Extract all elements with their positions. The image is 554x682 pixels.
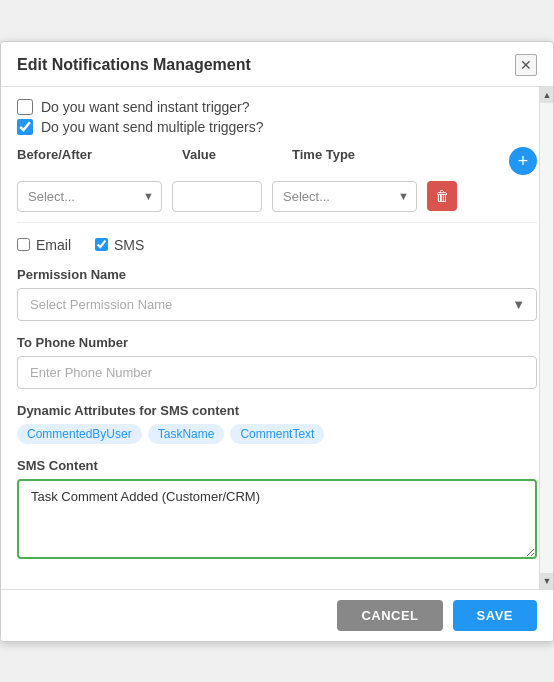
sms-content-textarea[interactable]: Task Comment Added (Customer/CRM) [17,479,537,559]
instant-trigger-row: Do you want send instant trigger? [17,99,537,115]
value-input[interactable] [172,181,262,212]
sms-channel-item: SMS [95,237,144,253]
before-after-select-wrapper: Select... Before After ▼ [17,181,162,212]
save-button[interactable]: SAVE [453,600,537,631]
scrollbar-down-button[interactable]: ▼ [540,573,554,589]
add-timing-button[interactable]: + [509,147,537,175]
multiple-trigger-label: Do you want send multiple triggers? [41,119,264,135]
before-after-select[interactable]: Select... Before After [17,181,162,212]
time-type-select[interactable]: Select... Minutes Hours Days [272,181,417,212]
scrollbar-up-button[interactable]: ▲ [540,87,554,103]
time-type-select-wrapper: Select... Minutes Hours Days ▼ [272,181,417,212]
email-channel-item: Email [17,237,71,253]
tag-comment-text: CommentText [230,424,324,444]
trash-icon: 🗑 [435,188,449,204]
channel-row: Email SMS [17,237,537,253]
close-button[interactable]: ✕ [515,54,537,76]
cancel-button[interactable]: CANCEL [337,600,442,631]
permission-dropdown-wrapper: Select Permission Name ▼ [17,288,537,321]
timing-input-row: Select... Before After ▼ Select... Minut… [17,181,537,212]
multiple-trigger-row: Do you want send multiple triggers? [17,119,537,135]
multiple-trigger-checkbox[interactable] [17,119,33,135]
phone-input[interactable] [17,356,537,389]
sms-label: SMS [114,237,144,253]
time-type-label: Time Type [292,147,437,175]
sms-checkbox[interactable] [95,238,108,251]
sms-content-block: SMS Content Task Comment Added (Customer… [17,458,537,563]
instant-trigger-checkbox[interactable] [17,99,33,115]
scrollbar-track [540,103,553,573]
value-label: Value [182,147,272,175]
scrollbar: ▲ ▼ [539,87,553,589]
email-checkbox[interactable] [17,238,30,251]
modal: Edit Notifications Management ✕ Do you w… [0,41,554,642]
tag-commented-by-user: CommentedByUser [17,424,142,444]
main-content: Do you want send instant trigger? Do you… [1,87,553,589]
modal-body-wrapper: Do you want send instant trigger? Do you… [1,87,553,589]
modal-title: Edit Notifications Management [17,56,251,74]
before-after-label: Before/After [17,147,162,175]
dynamic-attrs-label: Dynamic Attributes for SMS content [17,403,537,418]
delete-timing-button[interactable]: 🗑 [427,181,457,211]
modal-header: Edit Notifications Management ✕ [1,42,553,87]
tag-task-name: TaskName [148,424,225,444]
sms-content-label: SMS Content [17,458,537,473]
email-label: Email [36,237,71,253]
permission-select[interactable]: Select Permission Name [17,288,537,321]
timing-labels-row: Before/After Value Time Type + [17,147,537,175]
instant-trigger-label: Do you want send instant trigger? [41,99,250,115]
permission-block: Permission Name Select Permission Name ▼ [17,267,537,321]
permission-label: Permission Name [17,267,537,282]
divider [17,222,537,223]
dynamic-attrs-block: Dynamic Attributes for SMS content Comme… [17,403,537,444]
phone-block: To Phone Number [17,335,537,389]
dynamic-attrs-tags: CommentedByUser TaskName CommentText [17,424,537,444]
modal-footer: CANCEL SAVE [1,589,553,641]
phone-label: To Phone Number [17,335,537,350]
